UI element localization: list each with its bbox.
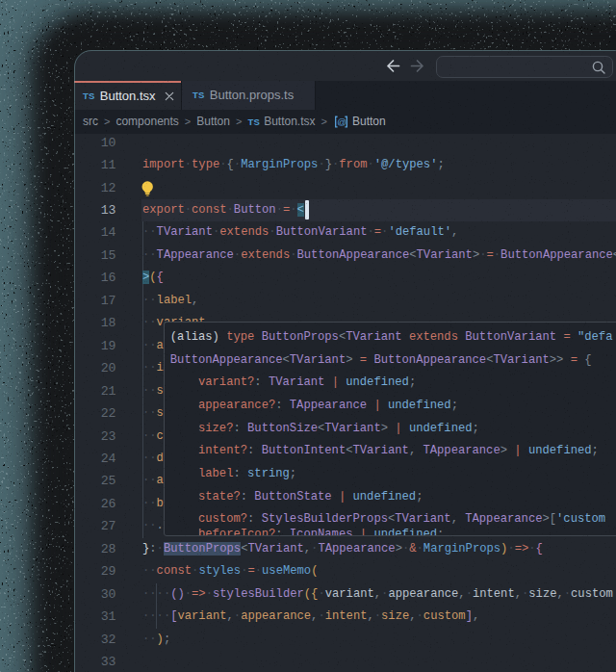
svg-text:@: @ bbox=[337, 116, 346, 127]
